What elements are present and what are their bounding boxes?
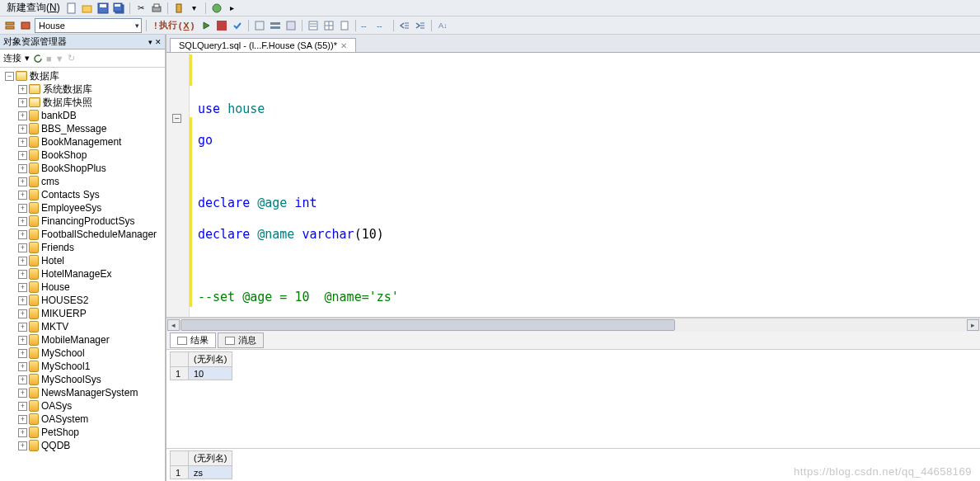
close-icon[interactable]: ✕ (340, 41, 347, 50)
expand-icon[interactable]: + (18, 415, 27, 424)
result-table[interactable]: (无列名) 1zs (170, 450, 232, 479)
comment-icon[interactable]: -- (360, 19, 373, 32)
tree-database[interactable]: +House (2, 281, 163, 294)
row-header[interactable]: 1 (171, 466, 189, 479)
tree-database[interactable]: +Friends (2, 241, 163, 254)
refresh-icon[interactable] (33, 54, 43, 64)
tree-database[interactable]: +BookShopPlus (2, 162, 163, 175)
tree-database[interactable]: +OASystem (2, 413, 163, 426)
expand-icon[interactable]: + (18, 441, 27, 450)
client-stats-icon[interactable] (284, 19, 298, 32)
expand-icon[interactable]: + (18, 125, 27, 134)
expand-icon[interactable]: + (18, 270, 27, 279)
include-plan-icon[interactable] (269, 19, 282, 32)
tree-database[interactable]: +MobileManager (2, 333, 163, 347)
open-icon[interactable] (81, 2, 94, 15)
decrease-indent-icon[interactable] (398, 19, 411, 32)
expand-icon[interactable]: + (18, 204, 27, 213)
registered-servers-icon[interactable] (172, 2, 185, 15)
cancel-query-icon[interactable] (215, 19, 228, 32)
expand-icon[interactable]: + (18, 375, 27, 384)
tree-database[interactable]: +Contacts Sys (2, 188, 163, 201)
clear-filter-icon[interactable]: ↻ (68, 53, 75, 64)
col-header[interactable]: (无列名) (189, 451, 232, 466)
tree-database[interactable]: +MIKUERP (2, 307, 163, 320)
tree-database[interactable]: +BookShop (2, 149, 163, 162)
expand-icon[interactable]: + (18, 151, 27, 160)
new-doc-icon[interactable] (65, 2, 78, 15)
tree-database[interactable]: +MKTV (2, 320, 163, 333)
expand-icon[interactable]: + (18, 349, 27, 358)
tree-database[interactable]: +EmployeeSys (2, 201, 163, 215)
expand-icon[interactable]: + (18, 111, 27, 120)
execute-button[interactable]: ! 执行(X) (151, 17, 197, 33)
tree-database[interactable]: +BookManagement (2, 135, 163, 149)
scroll-left-icon[interactable]: ◂ (167, 319, 180, 331)
activity-monitor-icon[interactable] (210, 2, 223, 15)
expand-icon[interactable]: + (18, 243, 27, 252)
expand-icon[interactable]: + (18, 230, 27, 239)
cell[interactable]: zs (189, 466, 232, 479)
object-tree[interactable]: − 数据库 +系统数据库+数据库快照+bankDB+BBS_Message+Bo… (0, 68, 165, 481)
expand-icon[interactable]: + (18, 389, 27, 398)
parse-icon[interactable] (231, 19, 244, 32)
tree-database[interactable]: +OASys (2, 399, 163, 413)
dropdown-icon[interactable]: ▾ (188, 2, 201, 15)
tab-messages[interactable]: 消息 (218, 332, 264, 348)
expand-icon[interactable]: + (18, 309, 27, 318)
arrow-icon[interactable]: ▸ (226, 2, 239, 15)
result-table[interactable]: (无列名) 110 (170, 351, 232, 380)
display-plan-icon[interactable] (253, 19, 266, 32)
save-all-icon[interactable] (112, 2, 125, 15)
tree-database[interactable]: +MySchool (2, 347, 163, 360)
print-icon[interactable] (150, 2, 163, 15)
expand-icon[interactable]: + (18, 336, 27, 345)
uncomment-icon[interactable]: -- (376, 19, 389, 32)
results-to-file-icon[interactable] (338, 19, 351, 32)
expand-icon[interactable]: + (18, 362, 27, 371)
stop-icon[interactable]: ■ (46, 54, 52, 64)
code-editor[interactable]: − use house go declare @age int declare … (166, 53, 980, 318)
tree-database[interactable]: +PetShop (2, 426, 163, 439)
fold-icon[interactable]: − (172, 114, 181, 123)
cut-icon[interactable]: ✂ (134, 2, 148, 15)
results-to-text-icon[interactable] (307, 19, 320, 32)
scroll-thumb[interactable] (181, 319, 675, 331)
expand-icon[interactable]: + (18, 283, 27, 292)
tree-root-databases[interactable]: − 数据库 (2, 69, 163, 83)
expand-icon[interactable]: + (18, 257, 27, 266)
expand-icon[interactable]: + (18, 428, 27, 437)
scroll-right-icon[interactable]: ▸ (967, 319, 979, 331)
debug-icon[interactable] (199, 19, 213, 32)
tree-database[interactable]: +cms (2, 175, 163, 188)
tree-database[interactable]: +MySchool1 (2, 360, 163, 373)
collapse-icon[interactable]: − (5, 72, 14, 81)
new-query-menu[interactable]: 新建查询(N) (3, 0, 63, 17)
row-header[interactable]: 1 (171, 367, 189, 380)
connect-label[interactable]: 连接 (3, 52, 21, 64)
increase-indent-icon[interactable] (414, 19, 427, 32)
col-header[interactable]: (无列名) (189, 352, 232, 367)
expand-icon[interactable]: + (18, 191, 27, 200)
expand-icon[interactable]: + (18, 177, 27, 186)
specify-values-icon[interactable]: A↓ (436, 19, 449, 32)
expand-icon[interactable]: + (18, 85, 27, 94)
tree-database[interactable]: +MySchoolSys (2, 373, 163, 386)
expand-icon[interactable]: + (18, 217, 27, 226)
expand-icon[interactable]: + (18, 138, 27, 147)
disconnect-icon[interactable] (19, 19, 32, 32)
tab-results[interactable]: 结果 (170, 332, 216, 348)
tree-database[interactable]: +NewsManagerSystem (2, 386, 163, 399)
change-connection-icon[interactable] (3, 19, 16, 32)
database-combo[interactable]: House (35, 18, 142, 33)
tree-folder[interactable]: +数据库快照 (2, 96, 163, 109)
filter-icon[interactable]: ▼ (55, 54, 64, 64)
tree-database[interactable]: +bankDB (2, 109, 163, 122)
tree-folder[interactable]: +系统数据库 (2, 83, 163, 96)
pin-icon[interactable]: ▾ ✕ (148, 38, 162, 46)
expand-icon[interactable]: + (18, 402, 27, 411)
editor-hscroll[interactable]: ◂ ▸ (166, 318, 980, 332)
cell[interactable]: 10 (189, 367, 232, 380)
expand-icon[interactable]: + (18, 98, 27, 107)
tab-sqlquery1[interactable]: SQLQuery1.sql - (l...F.House (SA (55))* … (170, 38, 356, 52)
